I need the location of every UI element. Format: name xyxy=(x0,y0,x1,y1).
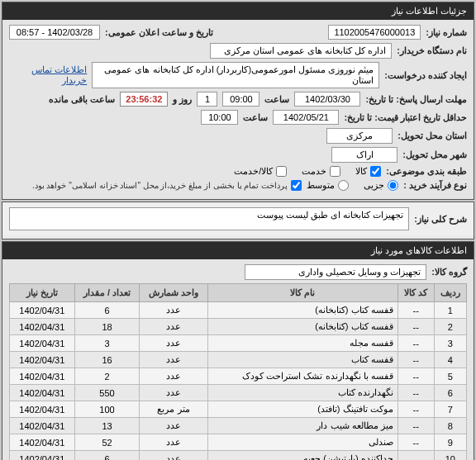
description-label: شرح کلی نیاز: xyxy=(414,214,467,225)
cell-name: قفسه مجله xyxy=(207,335,397,352)
cell-name: صندلی xyxy=(207,434,397,451)
cell-qty: 16 xyxy=(74,352,140,368)
check-service-input[interactable] xyxy=(330,166,340,177)
table-row[interactable]: 4--قفسه کتابعدد161402/04/31 xyxy=(10,352,467,368)
table-row[interactable]: 8--میز مطالعه شیب دارعدد131402/04/31 xyxy=(10,418,467,434)
radio-minor[interactable]: جزیی xyxy=(364,180,398,191)
cell-qty: 18 xyxy=(74,319,140,335)
cell-code: -- xyxy=(397,385,434,401)
time-label-1: ساعت xyxy=(264,94,289,105)
buyer-value: اداره کل کتابخانه های عمومی استان مرکزی xyxy=(210,43,392,59)
table-row[interactable]: 3--قفسه مجلهعدد31402/04/31 xyxy=(10,335,467,352)
description-value: تجهیزات کتابخانه ای طبق لیست پیوست xyxy=(9,207,409,230)
cell-n: 10 xyxy=(434,451,466,461)
deadline-time: 09:00 xyxy=(222,92,259,107)
classification-group: کالا خدمت کالا/خدمت xyxy=(234,166,381,177)
cell-unit: عدد xyxy=(140,418,207,434)
table-row[interactable]: 1--قفسه کتاب (کتابخانه)عدد61402/04/31 xyxy=(10,302,467,319)
days-remaining: 1 xyxy=(197,92,217,107)
col-unit: واحد شمارش xyxy=(140,284,207,302)
cell-n: 2 xyxy=(434,319,466,335)
deadline-date: 1402/03/30 xyxy=(294,92,360,107)
cell-date: 1402/04/31 xyxy=(10,451,75,461)
payment-note-check[interactable]: پرداخت تمام یا بخشی از مبلغ خرید،از محل … xyxy=(32,180,302,191)
check-service[interactable]: خدمت xyxy=(302,166,340,177)
cell-name: قفسه کتاب (کتابخانه) xyxy=(207,319,397,335)
cell-date: 1402/04/31 xyxy=(10,368,75,385)
cell-code: -- xyxy=(397,352,434,368)
cell-unit: عدد xyxy=(140,335,207,352)
cell-name: قفسه کتاب xyxy=(207,352,397,368)
cell-n: 7 xyxy=(434,401,466,418)
col-row: ردیف xyxy=(434,284,466,302)
cell-code: -- xyxy=(397,368,434,385)
cell-date: 1402/04/31 xyxy=(10,401,75,418)
group-label: گروه کالا: xyxy=(431,267,467,277)
buyer-label: نام دستگاه خریدار: xyxy=(397,45,467,56)
payment-note-input[interactable] xyxy=(291,180,302,191)
table-head-row: ردیف کد کالا نام کالا واحد شمارش تعداد /… xyxy=(10,284,467,302)
cell-code: -- xyxy=(397,434,434,451)
radio-minor-input[interactable] xyxy=(388,180,398,191)
announce-date-label: تاریخ و ساعت اعلان عمومی: xyxy=(105,27,213,38)
table-row[interactable]: 6--نگهدارنده کتابعدد5501402/04/31 xyxy=(10,385,467,401)
goods-body: گروه کالا: تجهیزات و وسایل تحصیلی واداری… xyxy=(2,259,474,460)
cell-qty: 2 xyxy=(74,368,140,385)
cell-name: میز مطالعه شیب دار xyxy=(207,418,397,434)
buyer-contact-link[interactable]: اطلاعات تماس خریدار xyxy=(9,64,87,86)
cell-date: 1402/04/31 xyxy=(10,335,75,352)
cell-date: 1402/04/31 xyxy=(10,302,75,319)
cell-unit: عدد xyxy=(140,352,207,368)
cell-date: 1402/04/31 xyxy=(10,352,75,368)
cell-date: 1402/04/31 xyxy=(10,319,75,335)
goods-panel: اطلاعات کالاهای مورد نیاز گروه کالا: تجه… xyxy=(2,241,474,460)
cell-name: نگهدارنده کتاب xyxy=(207,385,397,401)
cell-code: -- xyxy=(397,319,434,335)
check-goods-input[interactable] xyxy=(370,166,381,177)
time-label-2: ساعت xyxy=(243,112,268,123)
need-details-panel: جزئیات اطلاعات نیاز شماره نیاز: 11020054… xyxy=(2,2,474,200)
table-row[interactable]: 7--موکت تافتینگ (تافتد)متر مربع1001402/0… xyxy=(10,401,467,418)
cell-qty: 100 xyxy=(74,401,140,418)
countdown-timer: 23:56:32 xyxy=(120,92,168,107)
cell-unit: عدد xyxy=(140,385,207,401)
check-goods[interactable]: کالا xyxy=(355,166,381,177)
radio-medium-input[interactable] xyxy=(338,180,349,191)
validity-date: 1402/05/21 xyxy=(273,110,339,125)
cell-code: -- xyxy=(397,418,434,434)
table-row[interactable]: 5--قفسه با نگهدارنده تشک استراحت کودکعدد… xyxy=(10,368,467,385)
province-label: استان محل تحویل: xyxy=(397,130,467,141)
table-row[interactable]: 9--صندلیعدد521402/04/31 xyxy=(10,434,467,451)
need-number-value: 1102005476000013 xyxy=(328,25,421,40)
creator-value: میثم نوروزی مسئول امورعمومی(کاربردار) اد… xyxy=(92,62,379,88)
cell-name: قفسه کتاب (کتابخانه) xyxy=(207,302,397,319)
check-both-input[interactable] xyxy=(276,166,287,177)
payment-note-text: پرداخت تمام یا بخشی از مبلغ خرید،از محل … xyxy=(32,181,288,190)
radio-medium[interactable]: متوسط xyxy=(307,180,349,191)
cell-n: 8 xyxy=(434,418,466,434)
cell-n: 9 xyxy=(434,434,466,451)
cell-code: -- xyxy=(397,335,434,352)
remain-label: ساعت باقی مانده xyxy=(49,94,115,105)
description-panel: شرح کلی نیاز: تجهیزات کتابخانه ای طبق لی… xyxy=(2,202,474,239)
col-code: کد کالا xyxy=(397,284,434,302)
check-both[interactable]: کالا/خدمت xyxy=(234,166,287,177)
table-row[interactable]: 2--قفسه کتاب (کتابخانه)عدد181402/04/31 xyxy=(10,319,467,335)
check-service-label: خدمت xyxy=(302,166,326,177)
cell-n: 6 xyxy=(434,385,466,401)
cell-name: جداکننده (پارتیشن) جعبه xyxy=(207,451,397,461)
cell-unit: عدد xyxy=(140,368,207,385)
cell-code: -- xyxy=(397,401,434,418)
cell-unit: متر مربع xyxy=(140,401,207,418)
table-row[interactable]: 10--جداکننده (پارتیشن) جعبهعدد61402/04/3… xyxy=(10,451,467,461)
cell-qty: 6 xyxy=(74,302,140,319)
radio-minor-label: جزیی xyxy=(364,180,384,191)
group-value: تجهیزات و وسایل تحصیلی واداری xyxy=(245,264,426,280)
cell-unit: عدد xyxy=(140,434,207,451)
check-both-label: کالا/خدمت xyxy=(234,166,273,177)
col-name: نام کالا xyxy=(207,284,397,302)
cell-code: -- xyxy=(397,302,434,319)
cell-qty: 52 xyxy=(74,434,140,451)
cell-n: 5 xyxy=(434,368,466,385)
cell-unit: عدد xyxy=(140,302,207,319)
